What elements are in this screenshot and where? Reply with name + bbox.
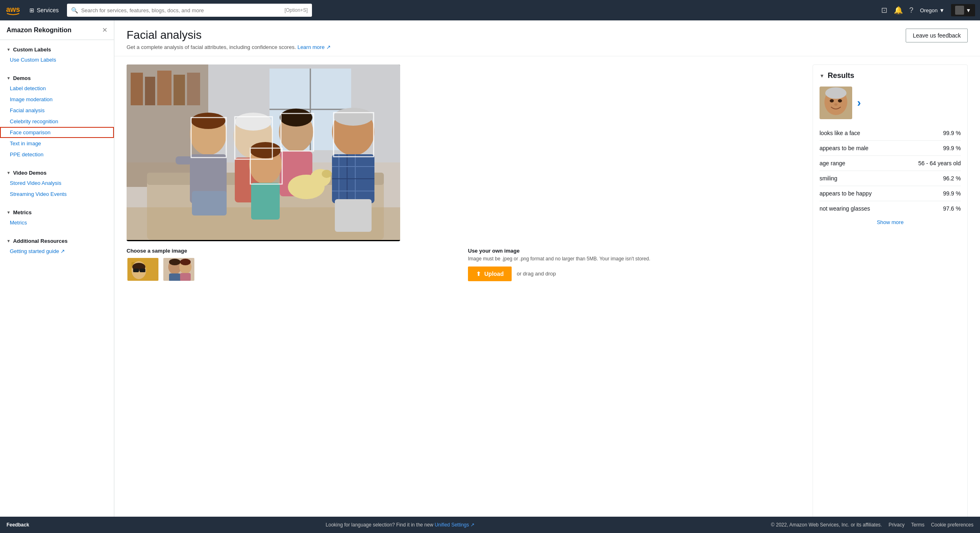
sidebar-item-label-detection[interactable]: Label detection xyxy=(0,83,114,94)
bell-icon[interactable]: 🔔 xyxy=(894,6,903,15)
grid-icon: ⊞ xyxy=(29,7,34,13)
sidebar-item-face-comparison[interactable]: Face comparison xyxy=(0,127,114,138)
cookie-prefs-link[interactable]: Cookie preferences xyxy=(931,522,973,528)
terms-link[interactable]: Terms xyxy=(911,522,924,528)
result-row: appears to be male 99.9 % xyxy=(820,141,961,156)
sidebar-item-getting-started[interactable]: Getting started guide ↗ xyxy=(0,246,114,257)
sidebar-title: Amazon Rekognition xyxy=(7,27,71,34)
upload-btn-label: Upload xyxy=(484,271,503,277)
image-panel: Choose a sample image xyxy=(127,64,803,525)
video-demos-label: Video Demos xyxy=(13,170,47,176)
selected-face-thumbnail xyxy=(820,87,852,119)
result-value: 99.9 % xyxy=(943,130,961,136)
sidebar-item-text-in-image[interactable]: Text in image xyxy=(0,138,114,149)
svg-rect-4 xyxy=(131,73,143,105)
sidebar-section-custom-labels: ▼ Custom Labels Use Custom Labels xyxy=(0,40,114,69)
sidebar-item-facial-analysis[interactable]: Facial analysis xyxy=(0,105,114,116)
leave-feedback-button[interactable]: Leave us feedback xyxy=(906,29,968,42)
region-chevron: ▼ xyxy=(939,7,944,13)
services-button[interactable]: ⊞ Services xyxy=(26,5,62,15)
svg-point-35 xyxy=(322,170,332,178)
sidebar-group-custom-labels[interactable]: ▼ Custom Labels xyxy=(0,43,114,54)
sidebar-group-metrics[interactable]: ▼ Metrics xyxy=(0,206,114,217)
svg-point-37 xyxy=(334,108,373,126)
privacy-link[interactable]: Privacy xyxy=(889,522,904,528)
result-row: not wearing glasses 97.6 % xyxy=(820,201,961,216)
upload-icon: ⬆ xyxy=(476,271,481,277)
help-icon[interactable]: ? xyxy=(909,6,913,15)
svg-rect-45 xyxy=(335,199,372,232)
account-button[interactable]: ▼ xyxy=(951,4,975,16)
region-selector[interactable]: Oregon ▼ xyxy=(920,7,944,13)
sidebar-item-streaming-video[interactable]: Streaming Video Events xyxy=(0,189,114,200)
results-panel: ▼ Results xyxy=(813,64,968,525)
bottom-center-text: Looking for language selection? Find it … xyxy=(326,522,474,528)
svg-rect-64 xyxy=(180,273,191,281)
sidebar-item-celebrity-recognition[interactable]: Celebrity recognition xyxy=(0,116,114,127)
copyright-text: © 2022, Amazon Web Services, Inc. or its… xyxy=(771,522,882,528)
sample-thumb-1[interactable] xyxy=(127,257,159,282)
sidebar-item-image-moderation[interactable]: Image moderation xyxy=(0,94,114,105)
svg-point-68 xyxy=(830,99,834,102)
svg-point-70 xyxy=(834,103,837,106)
sidebar-item-stored-video[interactable]: Stored Video Analysis xyxy=(0,178,114,189)
page-desc-text: Get a complete analysis of facial attrib… xyxy=(127,44,296,50)
svg-rect-23 xyxy=(192,191,227,215)
custom-labels-label: Custom Labels xyxy=(13,47,51,53)
svg-point-60 xyxy=(169,259,180,265)
bottom-feedback-button[interactable]: Feedback xyxy=(7,522,29,528)
services-label: Services xyxy=(37,7,59,13)
sidebar-item-use-custom-labels[interactable]: Use Custom Labels xyxy=(0,54,114,65)
sidebar-group-video-demos[interactable]: ▼ Video Demos xyxy=(0,167,114,178)
search-input[interactable] xyxy=(81,7,285,13)
sample-thumb-2[interactable] xyxy=(163,257,195,282)
unified-settings-link[interactable]: Unified Settings ↗ xyxy=(434,522,474,528)
result-label: age range xyxy=(820,160,845,167)
sidebar-section-video-demos: ▼ Video Demos Stored Video Analysis Stre… xyxy=(0,163,114,203)
result-label: looks like a face xyxy=(820,130,860,136)
result-value: 99.9 % xyxy=(943,190,961,197)
region-label: Oregon xyxy=(920,7,938,13)
sidebar-group-demos[interactable]: ▼ Demos xyxy=(0,72,114,83)
bottom-center-label: Looking for language selection? Find it … xyxy=(326,522,434,528)
main-content: Facial analysis Get a complete analysis … xyxy=(114,20,980,533)
thumb2-image xyxy=(163,258,195,282)
upload-desc: Image must be .jpeg or .png format and n… xyxy=(468,255,803,262)
upload-area: ⬆ Upload or drag and drop xyxy=(468,266,803,281)
face-thumb-image xyxy=(820,87,852,119)
sidebar-section-metrics: ▼ Metrics Metrics xyxy=(0,203,114,231)
upload-button[interactable]: ⬆ Upload xyxy=(468,266,512,281)
result-rows-container: looks like a face 99.9 % appears to be m… xyxy=(820,126,961,216)
nav-icons: ⊡ 🔔 ? Oregon ▼ ▼ xyxy=(881,4,975,16)
sidebar-item-ppe-detection[interactable]: PPE detection xyxy=(0,149,114,160)
terminal-icon[interactable]: ⊡ xyxy=(881,6,887,15)
results-collapse-arrow[interactable]: ▼ xyxy=(820,73,824,79)
page-title: Facial analysis xyxy=(127,29,331,42)
sample-images-label: Choose a sample image xyxy=(127,248,461,254)
sidebar: Amazon Rekognition ✕ ▼ Custom Labels Use… xyxy=(0,20,114,533)
sidebar-item-metrics[interactable]: Metrics xyxy=(0,217,114,228)
video-demos-arrow: ▼ xyxy=(7,171,11,175)
svg-point-25 xyxy=(235,113,272,131)
svg-rect-7 xyxy=(174,75,185,105)
svg-rect-55 xyxy=(133,269,139,272)
result-value: 96.2 % xyxy=(943,175,961,182)
search-icon: 🔍 xyxy=(71,7,78,13)
sidebar-group-additional-resources[interactable]: ▼ Additional Resources xyxy=(0,235,114,246)
sidebar-close-button[interactable]: ✕ xyxy=(102,26,107,34)
search-bar: 🔍 [Option+S] xyxy=(67,4,312,17)
next-face-button[interactable]: › xyxy=(857,96,861,109)
search-shortcut: [Option+S] xyxy=(285,7,308,13)
bottom-bar: Feedback Looking for language selection?… xyxy=(0,517,980,533)
demos-label: Demos xyxy=(13,75,31,81)
show-more-button[interactable]: Show more xyxy=(820,216,961,225)
aws-logo[interactable]: aws xyxy=(5,4,21,16)
results-header: ▼ Results xyxy=(820,71,961,80)
result-value: 97.6 % xyxy=(943,205,961,212)
custom-labels-arrow: ▼ xyxy=(7,47,11,52)
svg-rect-56 xyxy=(140,269,145,272)
unified-settings-label: Unified Settings xyxy=(434,522,469,528)
learn-more-link[interactable]: Learn more ↗ xyxy=(297,44,330,50)
result-row: looks like a face 99.9 % xyxy=(820,126,961,141)
thumb1-image xyxy=(127,258,159,282)
